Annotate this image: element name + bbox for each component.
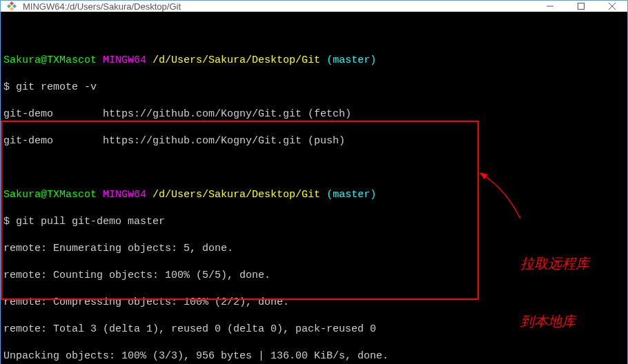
minimize-button[interactable] bbox=[534, 1, 565, 12]
output-line: git-demo https://github.com/Kogny/Git.gi… bbox=[3, 134, 625, 148]
app-window: MINGW64:/d/Users/Sakura/Desktop/Git Saku… bbox=[0, 0, 628, 364]
prompt-line: Sakura@TXMascot MINGW64 /d/Users/Sakura/… bbox=[3, 54, 625, 68]
command-text: git remote -v bbox=[16, 81, 97, 93]
prompt-path: /d/Users/Sakura/Desktop/Git bbox=[153, 54, 320, 66]
prompt-path: /d/Users/Sakura/Desktop/Git bbox=[153, 189, 320, 201]
terminal-line bbox=[3, 161, 625, 175]
prompt-branch: (master) bbox=[326, 54, 376, 66]
prompt-env: MINGW64 bbox=[103, 54, 146, 66]
command-line: $ git remote -v bbox=[3, 81, 625, 94]
terminal-area[interactable]: Sakura@TXMascot MINGW64 /d/Users/Sakura/… bbox=[1, 12, 627, 364]
svg-marker-0 bbox=[10, 1, 14, 6]
titlebar[interactable]: MINGW64:/d/Users/Sakura/Desktop/Git bbox=[1, 1, 627, 12]
prompt-branch: (master) bbox=[326, 189, 376, 201]
close-button[interactable] bbox=[596, 1, 627, 12]
maximize-button[interactable] bbox=[565, 1, 596, 12]
svg-marker-3 bbox=[7, 4, 11, 8]
annotation-line: 拉取远程库 bbox=[520, 254, 589, 273]
output-line: git-demo https://github.com/Kogny/Git.gi… bbox=[3, 108, 625, 121]
prompt-line: Sakura@TXMascot MINGW64 /d/Users/Sakura/… bbox=[3, 188, 625, 202]
svg-marker-2 bbox=[10, 7, 14, 11]
annotation-line: 到本地库 bbox=[520, 312, 589, 331]
command-text: git pull git-demo master bbox=[16, 216, 165, 228]
svg-marker-1 bbox=[12, 4, 17, 8]
prompt-env: MINGW64 bbox=[103, 189, 146, 201]
prompt-user: Sakura@TXMascot bbox=[3, 54, 97, 66]
annotation-text: 拉取远程库 到本地库 bbox=[520, 215, 589, 364]
prompt-user: Sakura@TXMascot bbox=[3, 189, 97, 201]
window-controls bbox=[534, 1, 627, 12]
app-icon bbox=[6, 1, 17, 12]
window-title: MINGW64:/d/Users/Sakura/Desktop/Git bbox=[23, 1, 534, 12]
terminal-line bbox=[3, 27, 625, 41]
svg-rect-5 bbox=[578, 3, 584, 10]
